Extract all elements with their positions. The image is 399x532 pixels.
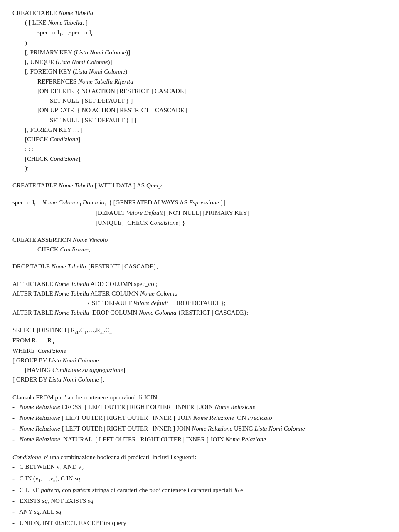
list-item: - C LIKE pattern, con pattern stringa di… [12, 485, 387, 495]
line-create-table-10: SET NULL | SET DEFAULT } ] [50, 96, 387, 106]
list-item: - Nome Relazione NATURAL [ LEFT OUTER | … [12, 435, 387, 444]
line-create-table-4: ) [25, 38, 387, 48]
line-create-table-12: SET NULL | SET DEFAULT } ] ] [50, 116, 387, 125]
line-create-assertion-2: CHECK Condizione; [37, 245, 387, 254]
line-select-3: WHERE Condizione [12, 346, 387, 356]
dash-icon: - [12, 414, 15, 421]
line-create-table-15: : : : [25, 144, 387, 154]
line-create-assertion-1: CREATE ASSERTION Nome Vincolo [12, 235, 387, 245]
line-select-1: SELECT [DISTINCT] Ri1.C1,…,Rin.Cn [12, 325, 387, 336]
line-create-table-2: ( [ LIKE Nome Tabella, ] [25, 18, 387, 27]
line-create-table-9: [ON DELETE { NO ACTION | RESTRICT | CASC… [37, 86, 387, 96]
line-create-table-17: ); [25, 164, 387, 173]
list-item: - C BETWEEN v1 AND v2 [12, 462, 387, 473]
line-create-table-11: [ON UPDATE { NO ACTION | RESTRICT | CASC… [37, 106, 387, 115]
list-item: - ANY sq, ALL sq [12, 507, 387, 517]
line-create-table-13: [, FOREIGN KEY … ] [25, 125, 387, 135]
line-create-table-14: [CHECK Condizione]; [25, 135, 387, 144]
line-create-table-as: CREATE TABLE Nome Tabella [ WITH DATA ] … [12, 181, 387, 190]
line-alter-2: ALTER TABLE Nome Tabella ALTER COLUMN No… [12, 289, 387, 298]
create-assertion-block: CREATE ASSERTION Nome Vincolo CHECK Cond… [12, 235, 387, 255]
list-item: - Nome Relazione [ LEFT OUTER | RIGHT OU… [12, 424, 387, 433]
line-create-table-16: [CHECK Condizione]; [25, 154, 387, 164]
dash-icon: - [12, 498, 15, 504]
line-create-table-8: REFERENCES Nome Tabella Riferita [37, 77, 387, 86]
line-drop-table: DROP TABLE Nome Tabella {RESTRICT | CASC… [12, 262, 387, 271]
from-clause-intro: Clausola FROM puo’ anche contenere opera… [12, 392, 387, 402]
list-item: - Nome Relazione CROSS [ LEFT OUTER | RI… [12, 402, 387, 412]
line-create-table-5: [, PRIMARY KEY (Lista Nomi Colonne)] [25, 48, 387, 57]
dash-icon: - [12, 475, 15, 482]
select-block: SELECT [DISTINCT] Ri1.C1,…,Rin.Cn FROM R… [12, 325, 387, 385]
dash-icon: - [12, 404, 15, 410]
line-alter-3: { SET DEFAULT Valore default | DROP DEFA… [87, 298, 387, 308]
line-select-2: FROM R1,…,Rn [12, 336, 387, 346]
line-create-table-1: CREATE TABLE Nome Tabella [12, 8, 387, 18]
line-alter-1: ALTER TABLE Nome Tabella ADD COLUMN spec… [12, 279, 387, 289]
main-content: CREATE TABLE Nome Tabella ( [ LIKE Nome … [12, 8, 387, 528]
from-clause-block: Clausola FROM puo’ anche contenere opera… [12, 392, 387, 445]
dash-icon: - [12, 463, 15, 470]
dash-icon: - [12, 520, 15, 526]
alter-table-block: ALTER TABLE Nome Tabella ADD COLUMN spec… [12, 279, 387, 318]
condition-intro: Condizione e’ una combinazione booleana … [12, 452, 387, 462]
dash-icon: - [12, 487, 15, 493]
dash-icon: - [12, 436, 15, 443]
condition-block: Condizione e’ una combinazione booleana … [12, 452, 387, 528]
list-item: - EXISTS sq, NOT EXISTS sq [12, 496, 387, 506]
from-clause-list: - Nome Relazione CROSS [ LEFT OUTER | RI… [12, 402, 387, 445]
line-create-table-6: [, UNIQUE (Lista Nomi Colonne)] [25, 57, 387, 67]
line-create-table-7: [, FOREIGN KEY (Lista Nomi Colonne) [25, 67, 387, 76]
create-table-block: CREATE TABLE Nome Tabella ( [ LIKE Nome … [12, 8, 387, 173]
list-item: - Nome Relazione [ LEFT OUTER | RIGHT OU… [12, 413, 387, 423]
list-item: - C IN (v1,…,vn), C IN sq [12, 474, 387, 484]
line-create-table-3: spec_col1,...,spec_coln [37, 28, 387, 38]
line-spec-col-cont2: [UNIQUE] [CHECK Condizione] } [96, 218, 387, 228]
condition-list: - C BETWEEN v1 AND v2 - C IN (v1,…,vn), … [12, 462, 387, 528]
dash-icon: - [12, 508, 15, 515]
list-item: - UNION, INTERSECT, EXCEPT tra query [12, 518, 387, 528]
line-spec-col: spec_coli = Nome Colonnai Dominioi { [GE… [12, 198, 387, 208]
line-alter-4: ALTER TABLE Nome Tabella DROP COLUMN Nom… [12, 308, 387, 318]
line-select-5: [HAVING Condizione su aggregazione] ] [25, 365, 387, 375]
line-select-4: [ GROUP BY Lista Nomi Colonne [12, 356, 387, 365]
drop-table-block: DROP TABLE Nome Tabella {RESTRICT | CASC… [12, 262, 387, 271]
spec-col-block: spec_coli = Nome Colonnai Dominioi { [GE… [12, 198, 387, 228]
dash-icon: - [12, 425, 15, 432]
line-spec-col-cont: [DEFAULT Valore Default] [NOT NULL] [PRI… [96, 208, 387, 218]
create-table-as-block: CREATE TABLE Nome Tabella [ WITH DATA ] … [12, 181, 387, 190]
line-select-6: [ ORDER BY Lista Nomi Colonne ]; [12, 375, 387, 384]
